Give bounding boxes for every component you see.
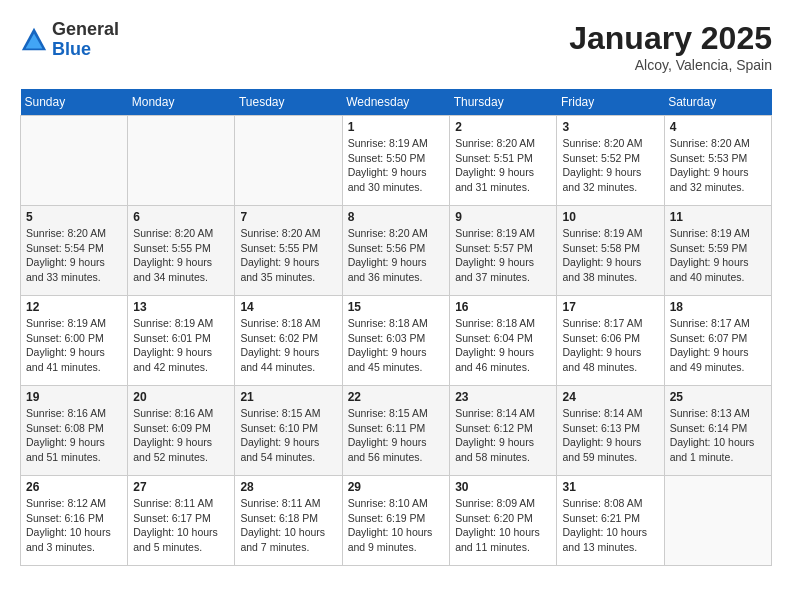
day-number: 27 [133, 480, 229, 494]
calendar-cell: 30Sunrise: 8:09 AM Sunset: 6:20 PM Dayli… [450, 476, 557, 566]
calendar-cell: 13Sunrise: 8:19 AM Sunset: 6:01 PM Dayli… [128, 296, 235, 386]
day-info: Sunrise: 8:16 AM Sunset: 6:08 PM Dayligh… [26, 406, 122, 465]
day-header-wednesday: Wednesday [342, 89, 449, 116]
calendar-cell: 24Sunrise: 8:14 AM Sunset: 6:13 PM Dayli… [557, 386, 664, 476]
logo-general-text: General [52, 20, 119, 40]
calendar-cell: 29Sunrise: 8:10 AM Sunset: 6:19 PM Dayli… [342, 476, 449, 566]
day-info: Sunrise: 8:08 AM Sunset: 6:21 PM Dayligh… [562, 496, 658, 555]
week-row-5: 26Sunrise: 8:12 AM Sunset: 6:16 PM Dayli… [21, 476, 772, 566]
day-number: 24 [562, 390, 658, 404]
title-block: January 2025 Alcoy, Valencia, Spain [569, 20, 772, 73]
day-info: Sunrise: 8:12 AM Sunset: 6:16 PM Dayligh… [26, 496, 122, 555]
day-number: 12 [26, 300, 122, 314]
day-number: 9 [455, 210, 551, 224]
logo-blue-text: Blue [52, 40, 119, 60]
week-row-2: 5Sunrise: 8:20 AM Sunset: 5:54 PM Daylig… [21, 206, 772, 296]
week-row-4: 19Sunrise: 8:16 AM Sunset: 6:08 PM Dayli… [21, 386, 772, 476]
calendar-cell: 18Sunrise: 8:17 AM Sunset: 6:07 PM Dayli… [664, 296, 771, 386]
day-info: Sunrise: 8:11 AM Sunset: 6:18 PM Dayligh… [240, 496, 336, 555]
calendar-cell: 19Sunrise: 8:16 AM Sunset: 6:08 PM Dayli… [21, 386, 128, 476]
day-info: Sunrise: 8:19 AM Sunset: 5:50 PM Dayligh… [348, 136, 444, 195]
day-info: Sunrise: 8:10 AM Sunset: 6:19 PM Dayligh… [348, 496, 444, 555]
day-number: 11 [670, 210, 766, 224]
calendar-cell: 27Sunrise: 8:11 AM Sunset: 6:17 PM Dayli… [128, 476, 235, 566]
day-number: 5 [26, 210, 122, 224]
day-number: 6 [133, 210, 229, 224]
calendar-cell: 31Sunrise: 8:08 AM Sunset: 6:21 PM Dayli… [557, 476, 664, 566]
day-number: 15 [348, 300, 444, 314]
day-number: 29 [348, 480, 444, 494]
calendar-cell: 26Sunrise: 8:12 AM Sunset: 6:16 PM Dayli… [21, 476, 128, 566]
day-number: 17 [562, 300, 658, 314]
day-header-saturday: Saturday [664, 89, 771, 116]
calendar-cell: 16Sunrise: 8:18 AM Sunset: 6:04 PM Dayli… [450, 296, 557, 386]
day-number: 23 [455, 390, 551, 404]
day-header-tuesday: Tuesday [235, 89, 342, 116]
day-info: Sunrise: 8:20 AM Sunset: 5:51 PM Dayligh… [455, 136, 551, 195]
calendar-cell: 28Sunrise: 8:11 AM Sunset: 6:18 PM Dayli… [235, 476, 342, 566]
calendar-cell: 3Sunrise: 8:20 AM Sunset: 5:52 PM Daylig… [557, 116, 664, 206]
week-row-3: 12Sunrise: 8:19 AM Sunset: 6:00 PM Dayli… [21, 296, 772, 386]
calendar-cell: 21Sunrise: 8:15 AM Sunset: 6:10 PM Dayli… [235, 386, 342, 476]
day-info: Sunrise: 8:14 AM Sunset: 6:12 PM Dayligh… [455, 406, 551, 465]
day-number: 30 [455, 480, 551, 494]
day-number: 16 [455, 300, 551, 314]
day-info: Sunrise: 8:20 AM Sunset: 5:53 PM Dayligh… [670, 136, 766, 195]
day-info: Sunrise: 8:18 AM Sunset: 6:03 PM Dayligh… [348, 316, 444, 375]
calendar-cell: 5Sunrise: 8:20 AM Sunset: 5:54 PM Daylig… [21, 206, 128, 296]
calendar-cell: 2Sunrise: 8:20 AM Sunset: 5:51 PM Daylig… [450, 116, 557, 206]
day-number: 2 [455, 120, 551, 134]
calendar-cell: 25Sunrise: 8:13 AM Sunset: 6:14 PM Dayli… [664, 386, 771, 476]
day-number: 20 [133, 390, 229, 404]
day-info: Sunrise: 8:14 AM Sunset: 6:13 PM Dayligh… [562, 406, 658, 465]
day-header-thursday: Thursday [450, 89, 557, 116]
calendar-cell: 12Sunrise: 8:19 AM Sunset: 6:00 PM Dayli… [21, 296, 128, 386]
calendar-cell [21, 116, 128, 206]
calendar-header-row: SundayMondayTuesdayWednesdayThursdayFrid… [21, 89, 772, 116]
day-number: 13 [133, 300, 229, 314]
calendar-cell [235, 116, 342, 206]
day-number: 28 [240, 480, 336, 494]
day-info: Sunrise: 8:18 AM Sunset: 6:04 PM Dayligh… [455, 316, 551, 375]
day-info: Sunrise: 8:19 AM Sunset: 6:01 PM Dayligh… [133, 316, 229, 375]
day-info: Sunrise: 8:20 AM Sunset: 5:56 PM Dayligh… [348, 226, 444, 285]
day-number: 25 [670, 390, 766, 404]
calendar-cell [128, 116, 235, 206]
day-info: Sunrise: 8:09 AM Sunset: 6:20 PM Dayligh… [455, 496, 551, 555]
calendar-cell: 14Sunrise: 8:18 AM Sunset: 6:02 PM Dayli… [235, 296, 342, 386]
day-info: Sunrise: 8:20 AM Sunset: 5:55 PM Dayligh… [133, 226, 229, 285]
day-header-sunday: Sunday [21, 89, 128, 116]
day-number: 22 [348, 390, 444, 404]
day-number: 14 [240, 300, 336, 314]
calendar-cell: 9Sunrise: 8:19 AM Sunset: 5:57 PM Daylig… [450, 206, 557, 296]
day-number: 8 [348, 210, 444, 224]
day-info: Sunrise: 8:15 AM Sunset: 6:10 PM Dayligh… [240, 406, 336, 465]
calendar-cell [664, 476, 771, 566]
day-info: Sunrise: 8:20 AM Sunset: 5:52 PM Dayligh… [562, 136, 658, 195]
day-info: Sunrise: 8:19 AM Sunset: 5:57 PM Dayligh… [455, 226, 551, 285]
page-header: General Blue January 2025 Alcoy, Valenci… [20, 20, 772, 73]
calendar-cell: 23Sunrise: 8:14 AM Sunset: 6:12 PM Dayli… [450, 386, 557, 476]
logo: General Blue [20, 20, 119, 60]
calendar-cell: 11Sunrise: 8:19 AM Sunset: 5:59 PM Dayli… [664, 206, 771, 296]
day-info: Sunrise: 8:17 AM Sunset: 6:07 PM Dayligh… [670, 316, 766, 375]
day-info: Sunrise: 8:16 AM Sunset: 6:09 PM Dayligh… [133, 406, 229, 465]
day-number: 3 [562, 120, 658, 134]
calendar-cell: 17Sunrise: 8:17 AM Sunset: 6:06 PM Dayli… [557, 296, 664, 386]
day-info: Sunrise: 8:18 AM Sunset: 6:02 PM Dayligh… [240, 316, 336, 375]
day-header-friday: Friday [557, 89, 664, 116]
calendar-cell: 8Sunrise: 8:20 AM Sunset: 5:56 PM Daylig… [342, 206, 449, 296]
day-number: 21 [240, 390, 336, 404]
calendar-cell: 7Sunrise: 8:20 AM Sunset: 5:55 PM Daylig… [235, 206, 342, 296]
day-info: Sunrise: 8:13 AM Sunset: 6:14 PM Dayligh… [670, 406, 766, 465]
day-number: 31 [562, 480, 658, 494]
day-info: Sunrise: 8:20 AM Sunset: 5:54 PM Dayligh… [26, 226, 122, 285]
calendar-cell: 6Sunrise: 8:20 AM Sunset: 5:55 PM Daylig… [128, 206, 235, 296]
month-title: January 2025 [569, 20, 772, 57]
calendar-table: SundayMondayTuesdayWednesdayThursdayFrid… [20, 89, 772, 566]
day-number: 1 [348, 120, 444, 134]
day-info: Sunrise: 8:17 AM Sunset: 6:06 PM Dayligh… [562, 316, 658, 375]
calendar-cell: 1Sunrise: 8:19 AM Sunset: 5:50 PM Daylig… [342, 116, 449, 206]
logo-icon [20, 26, 48, 54]
day-number: 4 [670, 120, 766, 134]
